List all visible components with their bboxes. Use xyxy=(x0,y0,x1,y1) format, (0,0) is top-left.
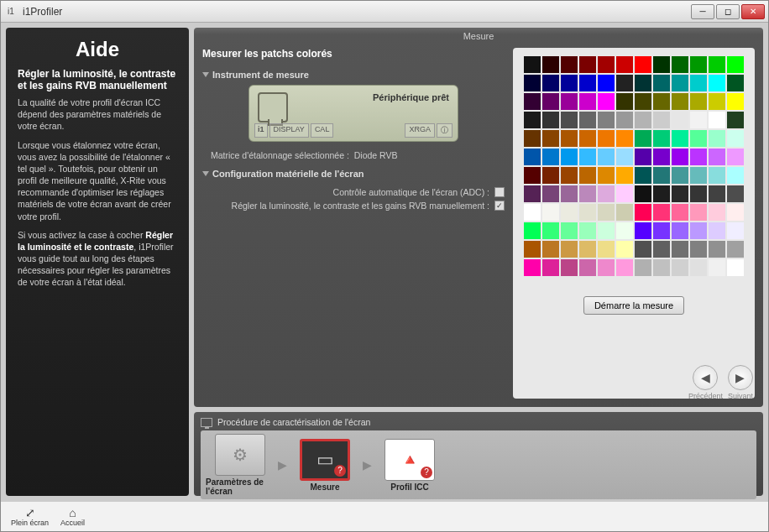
color-patch xyxy=(616,130,633,147)
workflow-step-2[interactable]: 🔺?Profil ICC xyxy=(375,439,444,492)
monitor-icon xyxy=(201,418,212,427)
color-patch xyxy=(542,185,559,202)
color-patch xyxy=(616,241,633,258)
device-brand-badge: i1 xyxy=(254,123,268,138)
color-patch xyxy=(524,93,541,110)
color-patch xyxy=(635,241,651,258)
color-patch xyxy=(635,130,651,147)
close-button[interactable]: ✕ xyxy=(741,4,765,19)
adc-checkbox[interactable] xyxy=(494,187,505,197)
color-patch xyxy=(709,149,725,165)
color-patch xyxy=(524,167,541,184)
color-patch xyxy=(579,93,596,110)
color-patch xyxy=(727,75,744,91)
color-patch xyxy=(598,75,615,91)
color-patch xyxy=(635,222,651,239)
color-patch xyxy=(672,185,688,202)
color-patch xyxy=(524,222,541,239)
color-patch xyxy=(598,112,615,128)
color-patch xyxy=(524,130,541,147)
chevron-down-icon xyxy=(202,72,209,77)
step-thumb: 🔺? xyxy=(384,439,435,481)
device-tab-xrga[interactable]: XRGA xyxy=(405,123,435,138)
help-panel: Aide Régler la luminosité, le contraste … xyxy=(6,28,189,496)
workflow-heading: Procédure de caractérisation de l'écran xyxy=(201,415,756,430)
content-inner: Mesurer les patchs colorés Instrument de… xyxy=(194,43,763,407)
color-patch xyxy=(561,204,578,221)
next-label: Suivant xyxy=(728,392,753,400)
color-patch xyxy=(579,259,596,276)
color-patch xyxy=(690,75,707,91)
color-patch xyxy=(598,259,615,276)
color-patch xyxy=(579,241,596,258)
manual-rgb-checkbox[interactable]: ✓ xyxy=(494,201,505,211)
color-patch xyxy=(653,204,670,221)
color-patch xyxy=(672,222,688,239)
color-patch xyxy=(561,185,578,202)
minimize-button[interactable]: ─ xyxy=(691,4,714,19)
device-tab-display[interactable]: DISPLAY xyxy=(269,123,309,138)
page-heading: Mesurer les patchs colorés xyxy=(202,48,505,60)
prev-button[interactable]: ◀ xyxy=(693,365,718,390)
color-patch xyxy=(635,112,651,128)
color-patch xyxy=(690,56,707,73)
color-patch xyxy=(579,130,596,147)
help-title: Aide xyxy=(18,38,177,61)
color-patch xyxy=(616,149,633,165)
color-patch xyxy=(709,56,725,73)
calibration-matrix-line: Matrice d'étalonnage sélectionnée : Diod… xyxy=(211,150,505,160)
color-patch xyxy=(598,222,615,239)
help-subtitle: Régler la luminosité, le contraste et le… xyxy=(18,68,177,91)
device-status-text: Périphérique prêt xyxy=(373,92,449,102)
color-patch xyxy=(672,93,688,110)
prev-label: Précédent xyxy=(688,392,723,400)
config-subsection[interactable]: Configuration matérielle de l'écran xyxy=(202,169,505,179)
workflow-bar: Procédure de caractérisation de l'écran … xyxy=(194,412,763,496)
color-patch xyxy=(727,56,744,73)
device-tab-cal[interactable]: CAL xyxy=(311,123,334,138)
maximize-button[interactable]: ◻ xyxy=(716,4,740,19)
help-paragraph-1: La qualité de votre profil d'écran ICC d… xyxy=(18,96,177,133)
fullscreen-icon: ⤢ xyxy=(25,507,35,519)
next-button[interactable]: ▶ xyxy=(728,365,753,390)
instrument-subsection[interactable]: Instrument de mesure xyxy=(202,70,505,80)
app-icon: i1 xyxy=(4,5,18,18)
start-measure-button[interactable]: Démarre la mesure xyxy=(583,296,684,315)
color-patch xyxy=(542,167,559,184)
workflow-step-0[interactable]: ⚙Paramètres de l'écran xyxy=(206,434,275,496)
color-patch xyxy=(672,75,688,91)
color-patch xyxy=(598,56,615,73)
color-patch xyxy=(579,112,596,128)
workflow-steps: ⚙Paramètres de l'écran▶▭?Mesure▶🔺?Profil… xyxy=(201,430,756,499)
home-button[interactable]: ⌂ Accueil xyxy=(60,507,85,527)
color-patch xyxy=(542,93,559,110)
color-patch xyxy=(727,149,744,165)
color-patch xyxy=(561,222,578,239)
color-patch xyxy=(709,204,725,221)
step-separator-icon: ▶ xyxy=(278,458,287,472)
color-patch xyxy=(616,204,633,221)
color-patch xyxy=(561,149,578,165)
color-patch xyxy=(561,93,578,110)
workflow-step-1[interactable]: ▭?Mesure xyxy=(290,439,359,492)
color-patch xyxy=(690,241,707,258)
color-patch xyxy=(616,259,633,276)
color-patch xyxy=(598,167,615,184)
step-thumb: ▭? xyxy=(300,439,350,481)
color-patch xyxy=(672,149,688,165)
config-rows: Contrôle automatique de l'écran (ADC) : … xyxy=(211,187,505,214)
color-patch xyxy=(598,149,615,165)
color-patch xyxy=(690,93,707,110)
color-patch xyxy=(709,259,725,276)
color-patch xyxy=(524,241,541,258)
step-label: Mesure xyxy=(310,482,339,492)
color-patch xyxy=(598,185,615,202)
color-patch xyxy=(672,167,688,184)
cfg-row-manual: Régler la luminosité, le contraste et le… xyxy=(211,201,505,211)
device-info-icon[interactable]: ⓘ xyxy=(437,123,453,138)
window-controls: ─ ◻ ✕ xyxy=(691,4,765,19)
fullscreen-button[interactable]: ⤢ Plein écran xyxy=(11,507,49,527)
color-patch xyxy=(579,204,596,221)
color-patch xyxy=(653,222,670,239)
color-patch xyxy=(672,259,688,276)
